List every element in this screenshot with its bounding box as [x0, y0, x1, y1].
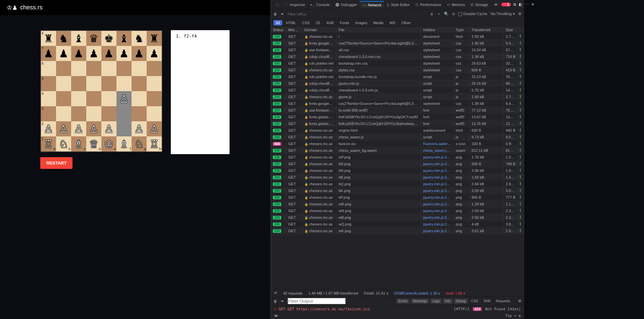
network-row[interactable]: 200GET🔒chessrs.mc.axbP.pngjquery.min.js:…: [271, 194, 524, 201]
dock-side-icon[interactable]: ◧: [519, 2, 522, 7]
network-row[interactable]: 200GET🔒chessrs.mc.ax/documenthtml2.93 kB…: [271, 33, 524, 40]
square-b8[interactable]: ♞: [56, 31, 71, 46]
square-a5[interactable]: 5: [41, 76, 56, 91]
network-row[interactable]: 200GET🔒cdnjs.cloudflare.c...chessboard-1…: [271, 53, 524, 60]
piece-P[interactable]: ♙: [44, 123, 53, 135]
col-initiator[interactable]: Initiator: [421, 27, 454, 33]
square-h6[interactable]: [147, 61, 162, 76]
piece-P[interactable]: ♙: [119, 92, 129, 105]
pick-element-icon[interactable]: ⬚: [273, 1, 282, 8]
square-a4[interactable]: 4: [41, 91, 56, 106]
square-d6[interactable]: [86, 61, 101, 76]
refresh-icon[interactable]: ⟳: [274, 291, 277, 295]
piece-P[interactable]: ♙: [134, 123, 144, 135]
console-cat-css[interactable]: CSS: [469, 299, 480, 304]
square-b5[interactable]: [56, 76, 71, 91]
filter-media[interactable]: Media: [371, 20, 386, 25]
block-icon[interactable]: ⊘: [452, 12, 455, 16]
network-row[interactable]: 200GET🔒chessrs.mc.axbK.pngjquery.min.js:…: [271, 187, 524, 194]
piece-N[interactable]: ♘: [134, 138, 144, 150]
piece-p[interactable]: ♟: [134, 47, 144, 60]
piece-B[interactable]: ♗: [74, 138, 84, 150]
square-c2[interactable]: ♙: [71, 121, 86, 136]
tabs-overflow-icon[interactable]: ≫: [491, 1, 501, 8]
piece-P[interactable]: ♙: [104, 123, 114, 135]
piece-r[interactable]: ♜: [149, 32, 159, 45]
network-row[interactable]: 200GET🔒chessrs.mc.axbB.pngjquery.min.js:…: [271, 174, 524, 181]
square-e3[interactable]: [101, 106, 116, 121]
col-waterfall[interactable]: [518, 27, 524, 33]
devtools-tab-storage[interactable]: ⊟ Storage: [468, 1, 491, 8]
devtools-tab-style-editor[interactable]: {} Style Editor: [384, 1, 412, 8]
piece-P[interactable]: ♙: [74, 123, 84, 135]
square-e6[interactable]: [101, 61, 116, 76]
network-row[interactable]: 200GET🔒fonts.gstatic.com6xK3dSBYKcSV-LCo…: [271, 114, 524, 120]
console-cat-warnings[interactable]: Warnings: [411, 299, 429, 304]
piece-p[interactable]: ♟: [44, 47, 53, 60]
square-h7[interactable]: ♟: [147, 46, 162, 61]
devtools-tab-console[interactable]: ▸_ Console: [308, 1, 332, 8]
square-d4[interactable]: [86, 91, 101, 106]
close-devtools-icon[interactable]: ✕: [531, 2, 534, 7]
network-row[interactable]: 200GET🔒chessrs.mc.axchess_wasm.jsscriptj…: [271, 134, 524, 140]
square-e1[interactable]: ♔e: [101, 136, 116, 151]
overflow-menu-icon[interactable]: ⋯: [525, 2, 529, 7]
piece-p[interactable]: ♟: [149, 47, 159, 60]
network-row[interactable]: 200GET🔒chessrs.mc.axgame.jsscriptjs2.93 …: [271, 93, 524, 100]
col-status[interactable]: Status: [271, 27, 286, 33]
site-logo[interactable]: ♔♟ chess.rs: [7, 4, 43, 11]
col-file[interactable]: File: [337, 27, 421, 33]
devtools-tab-memory[interactable]: ▭ Memory: [444, 1, 468, 8]
square-a7[interactable]: ♟7: [41, 46, 56, 61]
square-a2[interactable]: ♙2: [41, 121, 56, 136]
col-type[interactable]: Type: [454, 27, 469, 33]
console-error-row[interactable]: ▸ GET GET https://chessrs.mc.ax/favicon.…: [271, 306, 524, 312]
network-row[interactable]: 200GET🔒chessrs.mc.axbR.pngjquery.min.js:…: [271, 161, 524, 167]
square-c7[interactable]: ♟: [71, 46, 86, 61]
square-f5[interactable]: [116, 76, 132, 91]
square-h4[interactable]: [147, 91, 162, 106]
square-g8[interactable]: ♞: [132, 31, 147, 46]
network-row[interactable]: 200GET🔒chessrs.mc.axwB.pngjquery.min.js:…: [271, 214, 524, 221]
square-h3[interactable]: [147, 106, 162, 121]
col-method[interactable]: Method: [286, 27, 302, 33]
square-b4[interactable]: [56, 91, 71, 106]
col-transferred[interactable]: Transferred: [469, 27, 504, 33]
square-g1[interactable]: ♘g: [132, 136, 147, 151]
filter-other[interactable]: Other: [399, 20, 413, 25]
square-d3[interactable]: [86, 106, 101, 121]
piece-P[interactable]: ♙: [89, 123, 99, 135]
restart-button[interactable]: RESTART: [40, 157, 72, 169]
square-h1[interactable]: ♖h: [147, 136, 162, 151]
clear-icon[interactable]: 🗑: [274, 12, 277, 16]
filter-js[interactable]: JS: [313, 20, 323, 25]
filter-urls-input[interactable]: [288, 12, 328, 16]
filter-html[interactable]: HTML: [284, 20, 298, 25]
network-row[interactable]: 200GET🔒chessrs.mc.axwQ.pngjquery.min.js:…: [271, 221, 524, 228]
devtools-tab-debugger[interactable]: ⬤ Debugger: [333, 1, 360, 8]
pause-icon[interactable]: ⏸: [430, 12, 434, 16]
add-icon[interactable]: ＋: [437, 11, 441, 16]
piece-R[interactable]: ♖: [44, 138, 53, 150]
network-row[interactable]: 200GET🔒cdn.jsdelivr.netbootstrap.bundle.…: [271, 73, 524, 80]
filter-xhr[interactable]: XHR: [324, 20, 336, 25]
filter-fonts[interactable]: Fonts: [338, 20, 352, 25]
network-row[interactable]: 200GET🔒use.fontawesom...all.cssstyleshee…: [271, 47, 524, 53]
square-h2[interactable]: ♙: [147, 121, 162, 136]
square-f1[interactable]: ♗f: [116, 136, 132, 151]
square-f8[interactable]: ♝: [116, 31, 132, 46]
piece-R[interactable]: ♖: [149, 138, 159, 150]
filter-css[interactable]: CSS: [300, 20, 312, 25]
square-d1[interactable]: ♕d: [86, 136, 101, 151]
piece-b[interactable]: ♝: [119, 32, 129, 45]
console-cat-errors[interactable]: Errors: [396, 299, 409, 304]
piece-n[interactable]: ♞: [134, 32, 144, 45]
square-g4[interactable]: [132, 91, 147, 106]
piece-P[interactable]: ♙: [59, 123, 68, 135]
square-d2[interactable]: ♙: [86, 121, 101, 136]
square-c3[interactable]: [71, 106, 86, 121]
network-row[interactable]: 200GET🔒chessrs.mc.axwK.pngjquery.min.js:…: [271, 228, 524, 234]
square-f3[interactable]: [116, 106, 132, 121]
search-icon[interactable]: 🔍: [444, 12, 449, 16]
square-d5[interactable]: [86, 76, 101, 91]
